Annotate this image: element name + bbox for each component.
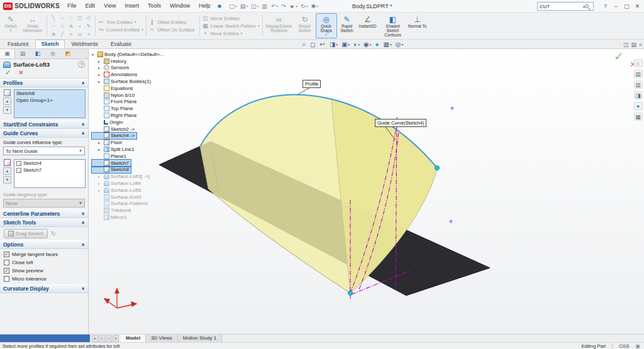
tree-item[interactable]: Mirror1 bbox=[92, 214, 128, 221]
endpoint-handle[interactable] bbox=[435, 166, 440, 170]
ribbon-tab[interactable]: Features bbox=[1, 40, 35, 48]
cancel-button[interactable]: ✕ bbox=[18, 69, 23, 76]
callout-guide-curve[interactable]: Guide Curve(Sketch4) bbox=[375, 119, 426, 127]
view-toolbar-button[interactable]: ▦ ▾ bbox=[382, 40, 393, 49]
tree-item[interactable]: ▸ Surface-Loft5 bbox=[92, 187, 143, 194]
sketch-entity-button[interactable]: ╲ bbox=[49, 14, 58, 22]
guide-curve-list-item[interactable]: Sketch4 bbox=[14, 160, 85, 167]
sketch-entity-button[interactable]: ▢ bbox=[75, 14, 84, 22]
quick-tool-button[interactable]: ▢ ▾ bbox=[228, 1, 238, 12]
confirm-ok-button[interactable]: ✓ bbox=[614, 49, 624, 64]
pin-menu-icon[interactable]: ◉ bbox=[217, 3, 221, 9]
task-pane-tab[interactable]: ◨ bbox=[634, 91, 643, 99]
tree-item[interactable]: ▸ Floor bbox=[92, 139, 124, 146]
sketch-entity-button[interactable]: ○ bbox=[58, 14, 67, 22]
ribbon-button[interactable]: ◫ Mirror Entities bbox=[203, 15, 260, 22]
window-control-button[interactable]: – bbox=[611, 0, 621, 13]
sketch-entity-button[interactable]: ╱ bbox=[58, 30, 67, 38]
tree-item[interactable]: Thicken6 bbox=[92, 207, 133, 214]
section-header-centerline-parameters[interactable]: Centerline Parameters ∨ bbox=[0, 209, 88, 218]
tree-item[interactable]: Sketch4 -> bbox=[92, 133, 136, 140]
section-header-curvature-display[interactable]: Curvature Display ∨ bbox=[0, 284, 88, 293]
tree-item[interactable]: ▸ Sensors bbox=[92, 65, 131, 72]
option-checkbox[interactable]: ✓ Merge tangent faces bbox=[4, 250, 84, 258]
sketch-entity-button[interactable]: ⊕ bbox=[49, 30, 58, 38]
task-pane-tab[interactable]: ▤ bbox=[634, 70, 643, 78]
checkbox-box[interactable] bbox=[4, 276, 9, 282]
guide-curves-selection-list[interactable]: Sketch4 Sketch7 bbox=[14, 159, 86, 188]
ribbon-button[interactable]: ⊥ Normal To bbox=[408, 13, 428, 38]
quick-tool-button[interactable]: ◫ ▾ bbox=[250, 1, 260, 12]
search-box[interactable]: CUT ▾ bbox=[537, 2, 594, 11]
expand-arrow-icon[interactable]: ▸ bbox=[98, 140, 103, 145]
tree-item[interactable]: ▸ Annotations bbox=[92, 71, 139, 78]
model-tab[interactable]: Motion Study 1 bbox=[178, 335, 222, 342]
expand-arrow-icon[interactable]: ▸ bbox=[98, 174, 103, 179]
manager-pane-tab[interactable]: ◩ bbox=[60, 49, 75, 58]
tree-item[interactable]: Origin bbox=[92, 119, 125, 126]
tree-item[interactable]: Top Plane bbox=[92, 105, 135, 112]
view-toolbar-button[interactable]: ↩ bbox=[318, 40, 326, 49]
guide-influence-dropdown[interactable]: To Next Guide ▼ bbox=[3, 147, 85, 155]
search-icon[interactable] bbox=[585, 4, 589, 8]
ribbon-button[interactable]: ✎ Sketch ▾ bbox=[1, 13, 20, 38]
move-up-button[interactable]: ▲ bbox=[3, 97, 11, 105]
ribbon-tab[interactable]: Sketch bbox=[35, 40, 65, 48]
tree-item[interactable]: ▸ Surface Bodies(1) bbox=[92, 78, 153, 85]
view-toolbar-button[interactable]: ▣ ▾ bbox=[340, 40, 351, 49]
option-checkbox[interactable]: Close loft bbox=[4, 258, 84, 267]
sketch-entity-button[interactable]: ~ bbox=[49, 22, 58, 30]
tree-item[interactable]: Sketch7 bbox=[92, 160, 131, 167]
sketch-entity-button[interactable]: ≈ bbox=[67, 30, 75, 38]
sketch-entity-button[interactable]: ∩ bbox=[58, 22, 67, 30]
task-pane-tab[interactable]: ● bbox=[634, 102, 643, 110]
view-toolbar-button[interactable]: ◉ ▾ bbox=[362, 40, 373, 49]
callout-profile[interactable]: Profile bbox=[303, 80, 321, 88]
profile-list-item[interactable]: Open Group<1> bbox=[14, 97, 85, 104]
ribbon-button[interactable]: ↻ Repair Sketch bbox=[294, 13, 316, 38]
expand-arrow-icon[interactable]: ▾ bbox=[92, 52, 96, 57]
sketch-entity-button[interactable]: ◇ bbox=[84, 14, 93, 22]
expand-arrow-icon[interactable]: ▸ bbox=[98, 188, 103, 192]
quick-tool-button[interactable]: ▤ ▾ bbox=[239, 1, 249, 12]
move-down-button[interactable]: ▼ bbox=[3, 176, 11, 184]
tab-scroll-button[interactable]: « bbox=[92, 335, 98, 342]
menu-item[interactable]: Help bbox=[194, 0, 215, 12]
expand-arrow-icon[interactable]: ▸ bbox=[98, 59, 103, 64]
tree-item[interactable]: ▸ History bbox=[92, 58, 128, 65]
view-toolbar-button[interactable]: ◨ ▾ bbox=[328, 40, 339, 49]
checkbox-box[interactable]: ✓ bbox=[4, 268, 9, 274]
profile-list-item[interactable]: Sketch8 bbox=[14, 90, 85, 97]
tab-scroll-button[interactable]: ‹ bbox=[99, 335, 105, 342]
menu-item[interactable]: Insert bbox=[120, 0, 143, 12]
quick-tool-button[interactable]: ↷ bbox=[280, 1, 288, 12]
tree-item[interactable]: Front Plane bbox=[92, 99, 138, 106]
move-up-button[interactable]: ▲ bbox=[3, 167, 11, 175]
profiles-selection-list[interactable]: Sketch8Open Group<1> bbox=[14, 89, 86, 118]
move-down-button[interactable]: ▼ bbox=[3, 106, 11, 114]
option-checkbox[interactable]: ✓ Show preview bbox=[4, 267, 84, 275]
sketch-entity-button[interactable]: • bbox=[75, 22, 84, 30]
search-input[interactable]: CUT bbox=[540, 4, 583, 9]
ribbon-button[interactable]: ∥ Offset Entities bbox=[149, 19, 197, 26]
tree-item[interactable]: Right Plane bbox=[92, 112, 138, 119]
ribbon-button[interactable]: ∞ Display/Delete Relations bbox=[264, 13, 294, 38]
menu-item[interactable]: Tools bbox=[143, 0, 165, 12]
ribbon-button[interactable]: ✂ Trim Entities ▾ bbox=[98, 19, 143, 26]
guide-curve-list-item[interactable]: Sketch7 bbox=[14, 167, 85, 174]
checkbox-box[interactable]: ✓ bbox=[4, 252, 9, 257]
help-icon[interactable]: ? bbox=[78, 61, 85, 68]
tree-item[interactable]: ▸ Surface-Loft3[ ->] bbox=[92, 173, 152, 180]
option-checkbox[interactable]: Micro tolerance bbox=[4, 275, 84, 283]
sketch-entity-button[interactable]: A bbox=[67, 22, 75, 30]
section-header-start-end-constraints[interactable]: Start/End Constraints ∨ bbox=[0, 120, 88, 129]
ribbon-button[interactable]: ∠ Instant2D bbox=[357, 13, 379, 38]
tree-item[interactable]: ▾ Body (Default<<Default>... bbox=[92, 51, 166, 58]
section-header-profiles[interactable]: Profiles ∧ bbox=[0, 79, 88, 87]
checkbox-box[interactable] bbox=[4, 260, 9, 265]
expand-arrow-icon[interactable]: ▸ bbox=[98, 147, 103, 152]
tree-item[interactable]: Sketch8 bbox=[92, 167, 131, 174]
quick-tool-button[interactable]: ↶ ▾ bbox=[270, 1, 279, 12]
tree-item[interactable]: Plane1 bbox=[92, 153, 128, 160]
ribbon-button[interactable]: ≈ Offset On Surface bbox=[149, 26, 197, 33]
